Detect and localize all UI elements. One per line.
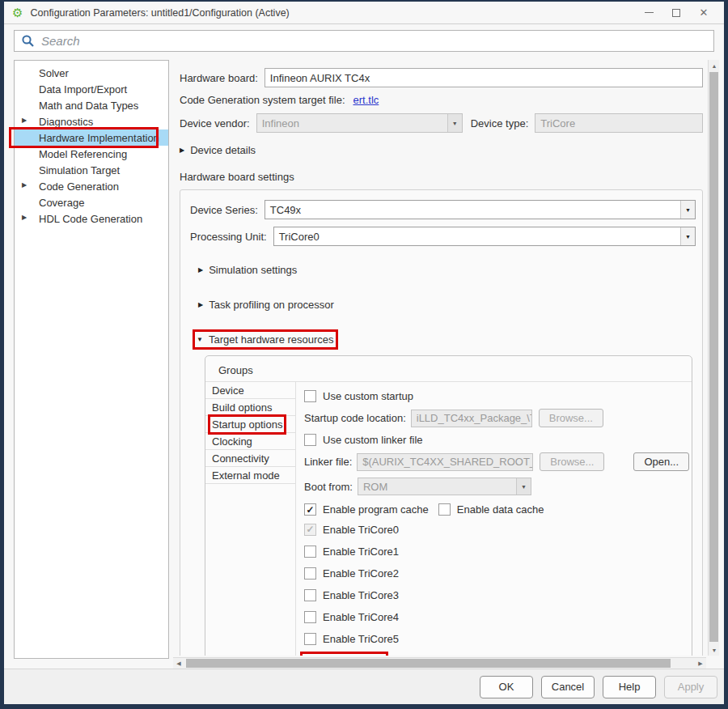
groups-panel: Groups Device Build options Startup opti… xyxy=(205,355,692,656)
horizontal-scrollbar[interactable]: ◀ ▶ xyxy=(173,657,706,669)
device-vendor-row: Device vendor: Infineon ▼ Device type: T… xyxy=(180,113,703,133)
cancel-button[interactable]: Cancel xyxy=(541,676,595,698)
enable-ppu-group: Enable PPU xyxy=(304,656,384,656)
sidebar-item-code-generation[interactable]: ▶Code Generation xyxy=(15,178,168,194)
device-vendor-label: Device vendor: xyxy=(180,117,250,129)
scroll-right-icon[interactable]: ▶ xyxy=(695,658,706,669)
linker-file-row: Linker file: $(AURIX_TC4XX_SHARED_ROOT_I… xyxy=(304,452,689,471)
sidebar-item-diagnostics[interactable]: ▶Diagnostics xyxy=(15,113,168,129)
tab-clocking[interactable]: Clocking xyxy=(205,433,295,450)
use-custom-linker-checkbox[interactable] xyxy=(304,434,316,446)
boot-from-label: Boot from: xyxy=(304,481,353,493)
enable-tricore3-checkbox[interactable] xyxy=(304,589,316,601)
startup-browse-button: Browse... xyxy=(539,409,603,427)
linker-browse-button: Browse... xyxy=(540,452,604,471)
window-frame: ⚙ Configuration Parameters: untitled1/Co… xyxy=(0,0,728,709)
target-hw-resources-row: ▼ Target hardware resources xyxy=(190,330,696,346)
sidebar-item-solver[interactable]: Solver xyxy=(15,65,168,81)
simulink-gear-icon: ⚙ xyxy=(12,6,23,19)
minimize-button[interactable] xyxy=(635,3,662,23)
sidebar-item-hdl-code-generation[interactable]: ▶HDL Code Generation xyxy=(15,210,168,227)
expand-arrow-icon[interactable]: ▶ xyxy=(22,117,27,124)
target-hw-resources-expander[interactable]: ▼ Target hardware resources xyxy=(197,333,334,346)
enable-tricore1-checkbox[interactable] xyxy=(304,546,316,558)
simulation-settings-expander[interactable]: ▶ Simulation settings xyxy=(198,264,297,276)
help-button[interactable]: Help xyxy=(603,676,656,698)
sidebar-item-simulation-target[interactable]: Simulation Target xyxy=(15,162,168,178)
apply-button: Apply xyxy=(664,676,717,698)
task-profiling-row: ▶ Task profiling on processor xyxy=(190,295,696,311)
scroll-down-icon[interactable]: ▼ xyxy=(709,644,720,656)
device-series-row: Device Series: TC49x ▼ xyxy=(190,200,696,219)
tab-startup-options[interactable]: Startup options xyxy=(205,416,295,433)
target-file-row: Code Generation system target file: ert.… xyxy=(180,94,703,106)
chevron-down-icon: ▼ xyxy=(680,201,695,219)
tab-connectivity[interactable]: Connectivity xyxy=(205,450,295,467)
close-button[interactable]: ✕ xyxy=(690,3,717,23)
maximize-button[interactable] xyxy=(662,3,690,23)
horizontal-scrollbar-thumb[interactable] xyxy=(186,659,671,668)
task-profiling-expander[interactable]: ▶ Task profiling on processor xyxy=(198,299,334,311)
device-vendor-dropdown[interactable]: Infineon ▼ xyxy=(256,113,463,133)
tab-build-options[interactable]: Build options xyxy=(205,399,295,416)
expand-arrow-icon[interactable]: ▶ xyxy=(22,214,27,221)
boot-from-dropdown: ROM ▼ xyxy=(358,478,531,495)
enable-tricore4-row: Enable TriCore4 xyxy=(304,609,689,625)
device-details-expander[interactable]: ▶ Device details xyxy=(180,144,256,156)
category-sidebar: Solver Data Import/Export Math and Data … xyxy=(14,60,169,659)
window-title: Configuration Parameters: untitled1/Conf… xyxy=(30,7,635,19)
title-bar: ⚙ Configuration Parameters: untitled1/Co… xyxy=(4,2,724,24)
cache-row: Enable program cache Enable data cache xyxy=(304,503,689,516)
scroll-up-icon[interactable]: ▲ xyxy=(709,60,720,71)
enable-tricore1-row: Enable TriCore1 xyxy=(304,543,689,559)
groups-title: Groups xyxy=(205,363,692,382)
enable-tricore3-row: Enable TriCore3 xyxy=(304,587,689,603)
configuration-parameters-dialog: ⚙ Configuration Parameters: untitled1/Co… xyxy=(4,2,724,704)
processing-unit-row: Processing Unit: TriCore0 ▼ xyxy=(190,227,696,246)
hardware-board-field[interactable]: Infineon AURIX TC4x xyxy=(265,68,703,87)
tab-external-mode[interactable]: External mode xyxy=(205,467,295,484)
chevron-down-icon: ▼ xyxy=(680,227,695,245)
vertical-scrollbar[interactable]: ▲ ▼ xyxy=(708,60,719,656)
footer-button-bar: OK Cancel Help Apply xyxy=(4,669,724,704)
enable-tricore2-row: Enable TriCore2 xyxy=(304,565,689,581)
use-custom-startup-checkbox[interactable] xyxy=(304,390,316,402)
startup-code-location-label: Startup code location: xyxy=(304,412,406,424)
hardware-board-row: Hardware board: Infineon AURIX TC4x xyxy=(180,68,703,87)
hardware-board-label: Hardware board: xyxy=(180,72,258,84)
scroll-left-icon[interactable]: ◀ xyxy=(173,658,184,669)
target-file-label: Code Generation system target file: xyxy=(180,94,345,106)
enable-tricore0-checkbox xyxy=(304,524,316,536)
enable-data-cache-checkbox[interactable] xyxy=(438,503,451,516)
collapsed-arrow-icon: ▶ xyxy=(198,301,203,308)
enable-tricore2-checkbox[interactable] xyxy=(304,567,316,580)
hardware-board-settings-group: Device Series: TC49x ▼ Processing Unit: … xyxy=(180,189,703,656)
vertical-scrollbar-thumb[interactable] xyxy=(709,72,718,642)
search-row xyxy=(4,24,724,57)
sidebar-item-data-import-export[interactable]: Data Import/Export xyxy=(15,81,168,97)
ok-button[interactable]: OK xyxy=(480,676,533,698)
sidebar-item-math-and-data-types[interactable]: Math and Data Types xyxy=(15,97,168,113)
tab-device[interactable]: Device xyxy=(205,382,295,399)
device-type-label: Device type: xyxy=(471,117,529,129)
sidebar-item-coverage[interactable]: Coverage xyxy=(15,194,168,210)
enable-tricore5-checkbox[interactable] xyxy=(304,633,316,645)
enable-program-cache-checkbox[interactable] xyxy=(304,503,316,516)
ert-tlc-link[interactable]: ert.tlc xyxy=(353,94,379,106)
enable-tricore4-checkbox[interactable] xyxy=(304,611,316,623)
expand-arrow-icon[interactable]: ▶ xyxy=(22,181,27,189)
linker-file-label: Linker file: xyxy=(304,456,352,468)
search-box[interactable] xyxy=(14,30,714,52)
hardware-board-settings-title: Hardware board settings xyxy=(180,171,703,183)
search-input[interactable] xyxy=(41,34,707,48)
linker-open-button[interactable]: Open... xyxy=(633,452,689,471)
device-series-dropdown[interactable]: TC49x ▼ xyxy=(265,200,696,219)
enable-tricore5-row: Enable TriCore5 xyxy=(304,630,689,647)
chevron-down-icon: ▼ xyxy=(447,114,462,132)
sidebar-item-hardware-implementation[interactable]: Hardware Implementation xyxy=(15,129,168,146)
sidebar-item-model-referencing[interactable]: Model Referencing xyxy=(15,146,168,162)
processing-unit-label: Processing Unit: xyxy=(190,231,267,243)
collapsed-arrow-icon: ▶ xyxy=(180,146,184,154)
processing-unit-dropdown[interactable]: TriCore0 ▼ xyxy=(273,227,696,246)
boot-from-row: Boot from: ROM ▼ xyxy=(304,478,689,495)
